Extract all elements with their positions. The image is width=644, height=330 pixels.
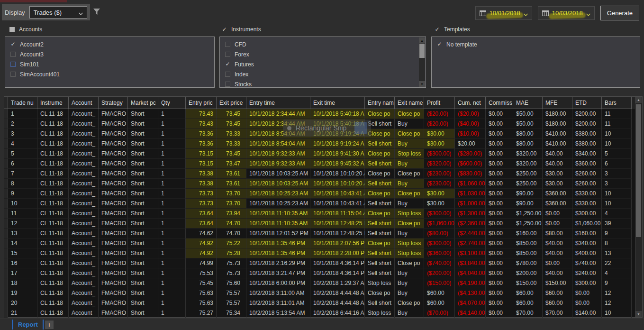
list-item[interactable]: Stocks	[220, 79, 426, 89]
instruments-scrollbar[interactable]: ▲ ▼	[419, 37, 425, 87]
column-header-mfe[interactable]: MFE	[543, 97, 572, 109]
table-row[interactable]: 15CL 11-18Account_FMACROShort174.9275.28…	[4, 248, 635, 258]
table-row[interactable]: 6CL 11-18Account_FMACROShort173.1573.471…	[4, 159, 635, 169]
column-header-entry-name[interactable]: Entry nam	[365, 97, 395, 109]
entry-time: 10/1/2018 9:32:33 AM	[246, 149, 310, 159]
table-row[interactable]: 21CL 11-18Account_FMACROShort175.2775.34…	[4, 308, 635, 318]
exit-price: 74.70	[217, 229, 246, 238]
item-checkbox[interactable]	[437, 42, 442, 47]
table-row[interactable]: 20CL 11-18Account_FMACROShort175.6375.57…	[4, 298, 635, 308]
display-dropdown[interactable]: Trades ($)	[29, 6, 87, 18]
column-header-profit[interactable]: Profit	[424, 97, 455, 109]
item-checkbox[interactable]	[10, 62, 16, 67]
column-header-etd[interactable]: ETD	[572, 97, 602, 109]
list-item[interactable]: SimAccount401	[5, 69, 214, 79]
table-scrollbar[interactable]: ▲ ▼	[635, 97, 642, 317]
list-item[interactable]: No template	[432, 39, 640, 49]
account: Account_	[69, 159, 99, 169]
column-header-trade-number[interactable]: Trade nu	[8, 97, 37, 109]
column-header-mae[interactable]: MAE	[513, 97, 543, 109]
cum-net: ($4,040.00)	[455, 268, 486, 278]
commission: $0.00	[486, 258, 513, 268]
item-checkbox[interactable]	[10, 42, 16, 47]
cum-net: ($4,190.00)	[455, 278, 486, 288]
list-item[interactable]: Account2	[5, 39, 214, 49]
table-row[interactable]: 5CL 11-18Account_FMACROShort173.1573.451…	[4, 149, 635, 159]
column-header-entry-time[interactable]: Entry time	[246, 97, 310, 109]
column-header-account[interactable]: Account	[69, 97, 99, 109]
column-header-exit-time[interactable]: Exit time	[310, 97, 365, 109]
exit-time: 10/1/2018 4:36:14 PM	[310, 268, 365, 278]
table-row[interactable]: 19CL 11-18Account_FMACROShort175.6375.57…	[4, 288, 635, 298]
strategy: FMACRO	[99, 189, 128, 199]
table-row[interactable]: 18CL 11-18Account_FMACROShort175.4575.60…	[4, 278, 635, 288]
scroll-up-icon[interactable]: ▲	[635, 97, 642, 103]
table-row[interactable]: 9CL 11-18Account_FMACROShort173.7373.701…	[4, 189, 635, 199]
mfe: $40.00	[543, 238, 572, 248]
templates-checkbox[interactable]	[435, 27, 440, 32]
filter-icon[interactable]	[93, 8, 100, 15]
table-row[interactable]: 8CL 11-18Account_FMACROShort173.3873.611…	[4, 179, 635, 189]
instruments-checkbox[interactable]	[222, 27, 227, 32]
table-row[interactable]: 10CL 11-18Account_FMACROShort173.7373.70…	[4, 199, 635, 209]
scroll-down-icon[interactable]: ▼	[635, 311, 642, 317]
table-row[interactable]: 4CL 11-18Account_FMACROShort173.3673.331…	[4, 139, 635, 149]
exit-price: 73.70	[217, 189, 246, 199]
date-to-dropdown[interactable]: 10/03/2018	[538, 6, 595, 20]
column-header-exit-name[interactable]: Exit name	[395, 97, 424, 109]
table-row[interactable]: 1CL 11-18Account_FMACROShort173.4373.451…	[4, 109, 635, 119]
row-gutter	[4, 109, 8, 119]
table-row[interactable]: 2CL 11-18Account_FMACROShort173.4373.451…	[4, 119, 635, 129]
date-from-dropdown[interactable]: 10/01/2018	[475, 6, 532, 20]
column-header-entry-price[interactable]: Entry pric	[186, 97, 217, 109]
cum-net: ($2,440.00)	[455, 229, 486, 238]
add-tab-button[interactable]: +	[45, 321, 54, 329]
item-checkbox[interactable]	[225, 52, 230, 57]
item-checkbox[interactable]	[225, 72, 230, 77]
scroll-up-icon[interactable]: ▲	[419, 37, 425, 43]
list-item[interactable]: Index	[220, 69, 426, 79]
column-header-strategy[interactable]: Strategy	[99, 97, 128, 109]
table-row[interactable]: 17CL 11-18Account_FMACROShort175.5375.73…	[4, 268, 635, 278]
item-checkbox[interactable]	[10, 52, 16, 57]
column-header-cum-net[interactable]: Cum. net	[455, 97, 486, 109]
etd: $330.00	[572, 189, 602, 199]
generate-button[interactable]: Generate	[600, 6, 639, 20]
item-label: Index	[235, 71, 248, 78]
list-item[interactable]: CFD	[220, 39, 426, 49]
exit-time: 10/1/2018 9:41:30 AM	[310, 149, 365, 159]
column-header-exit-price[interactable]: Exit price	[217, 97, 246, 109]
table-row[interactable]: 3CL 11-18Account_FMACROShort173.3673.331…	[4, 129, 635, 139]
item-checkbox[interactable]	[225, 42, 230, 47]
column-header-market-pos[interactable]: Market pc	[128, 97, 158, 109]
entry-price: 75.53	[186, 268, 217, 278]
table-row[interactable]: 16CL 11-18Account_FMACROShort174.9975.73…	[4, 258, 635, 268]
profit: ($20.00)	[424, 109, 455, 119]
list-item[interactable]: Forex	[220, 49, 426, 59]
scroll-down-icon[interactable]: ▼	[419, 81, 425, 87]
column-header-qty[interactable]: Qty	[158, 97, 186, 109]
item-checkbox[interactable]	[225, 82, 230, 87]
item-checkbox[interactable]	[225, 62, 230, 67]
column-header-instrument[interactable]: Instrume	[37, 97, 69, 109]
scrollbar-thumb[interactable]	[419, 44, 425, 58]
scrollbar-thumb[interactable]	[636, 104, 641, 237]
table-row[interactable]: 12CL 11-18Account_FMACROShort173.6474.70…	[4, 219, 635, 229]
table-row[interactable]: 14CL 11-18Account_FMACROShort174.9275.22…	[4, 238, 635, 248]
accounts-checkbox[interactable]	[9, 27, 15, 32]
list-item[interactable]: Futures	[220, 59, 426, 69]
list-item[interactable]: Account3	[5, 49, 214, 59]
row-gutter	[4, 258, 8, 268]
tab-report[interactable]: Report	[12, 320, 44, 330]
table-row[interactable]: 7CL 11-18Account_FMACROShort173.3873.611…	[4, 169, 635, 179]
commission: $0.00	[486, 129, 513, 139]
entry-price: 73.38	[186, 179, 217, 189]
exit-time: 10/2/2018 1:29:37 AM	[310, 278, 365, 288]
column-header-commission[interactable]: Commiss	[486, 97, 513, 109]
item-checkbox[interactable]	[10, 72, 16, 77]
exit-price: 73.45	[217, 119, 246, 129]
column-header-bars[interactable]: Bars	[602, 97, 632, 109]
list-item[interactable]: Sim101	[5, 59, 214, 69]
table-row[interactable]: 13CL 11-18Account_FMACROShort174.6274.70…	[4, 229, 635, 238]
table-row[interactable]: 11CL 11-18Account_FMACROShort173.6473.94…	[4, 209, 635, 219]
